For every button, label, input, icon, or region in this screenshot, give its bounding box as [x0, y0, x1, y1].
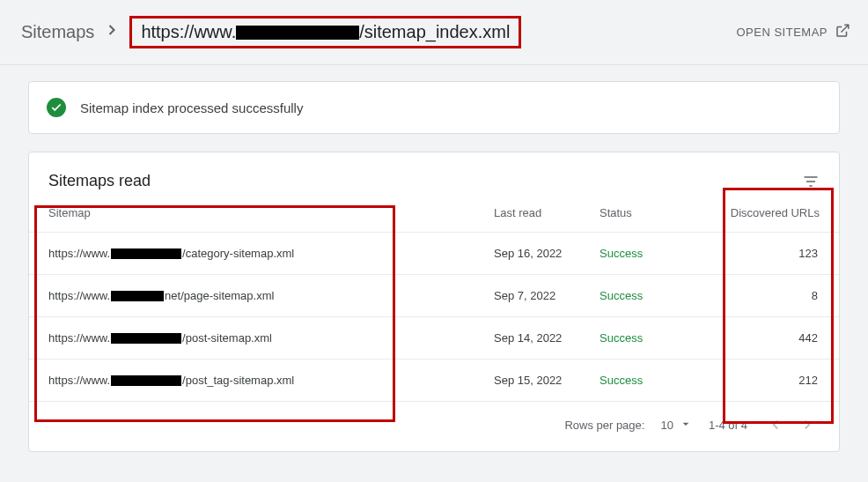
- url-suffix: /sitemap_index.xml: [359, 22, 510, 42]
- col-header-discovered-urls[interactable]: Discovered URLs: [696, 206, 820, 219]
- cell-last-read: Sep 16, 2022: [494, 247, 600, 260]
- table-row[interactable]: https://www. /post_tag-sitemap.xml Sep 1…: [29, 360, 839, 402]
- breadcrumb-root[interactable]: Sitemaps: [21, 22, 94, 42]
- chevron-right-icon: [103, 21, 121, 43]
- filter-icon[interactable]: [802, 173, 820, 190]
- table-title: Sitemaps read: [48, 172, 151, 190]
- open-sitemap-button[interactable]: OPEN SITEMAP: [736, 23, 850, 41]
- success-check-icon: [47, 98, 66, 117]
- cell-last-read: Sep 14, 2022: [494, 331, 600, 345]
- col-header-sitemap[interactable]: Sitemap: [48, 206, 494, 219]
- cell-discovered-urls: 8: [696, 289, 820, 302]
- table-pagination-footer: Rows per page: 10 1-4 of 4: [29, 402, 839, 442]
- open-sitemap-label: OPEN SITEMAP: [736, 26, 828, 39]
- redacted-domain: [111, 248, 181, 259]
- cell-discovered-urls: 212: [696, 374, 820, 387]
- table-row[interactable]: https://www. /post-sitemap.xml Sep 14, 2…: [29, 317, 839, 360]
- cell-discovered-urls: 123: [696, 247, 820, 260]
- next-page-button[interactable]: [795, 412, 820, 437]
- cell-last-read: Sep 7, 2022: [494, 289, 600, 302]
- url-prefix: https://www.: [141, 22, 236, 42]
- table-header-bar: Sitemaps read: [29, 172, 839, 206]
- redacted-domain: [236, 26, 359, 40]
- rows-per-page-select[interactable]: 10: [660, 417, 692, 434]
- cell-discovered-urls: 442: [696, 331, 820, 345]
- pagination-range: 1-4 of 4: [709, 419, 747, 432]
- cell-sitemap: https://www. net /page-sitemap.xml: [48, 289, 494, 302]
- rows-per-page-value: 10: [660, 419, 673, 432]
- open-external-icon: [835, 23, 850, 41]
- table-row[interactable]: https://www. net /page-sitemap.xml Sep 7…: [29, 275, 839, 317]
- sitemaps-read-card: Sitemaps read Sitemap Last read Status D…: [28, 152, 840, 452]
- redacted-domain: [111, 375, 181, 386]
- dropdown-arrow-icon: [679, 417, 693, 434]
- rows-per-page-label: Rows per page:: [564, 419, 644, 432]
- cell-sitemap: https://www. /post-sitemap.xml: [48, 331, 494, 345]
- content-area: Sitemap index processed successfully Sit…: [0, 65, 868, 468]
- cell-sitemap: https://www. /category-sitemap.xml: [48, 247, 494, 260]
- prev-page-button[interactable]: [763, 412, 788, 437]
- cell-sitemap: https://www. /post_tag-sitemap.xml: [48, 374, 494, 387]
- cell-status: Success: [600, 247, 696, 260]
- col-header-last-read[interactable]: Last read: [494, 206, 600, 219]
- cell-status: Success: [600, 289, 696, 302]
- table-row[interactable]: https://www. /category-sitemap.xml Sep 1…: [29, 233, 839, 275]
- breadcrumb-current-url: https://www. /sitemap_index.xml: [129, 16, 521, 48]
- column-header-row: Sitemap Last read Status Discovered URLs: [29, 206, 839, 233]
- pagination-nav: [763, 412, 820, 437]
- cell-status: Success: [600, 331, 696, 345]
- breadcrumb: Sitemaps https://www. /sitemap_index.xml: [21, 16, 521, 48]
- col-header-status[interactable]: Status: [600, 206, 696, 219]
- cell-last-read: Sep 15, 2022: [494, 374, 600, 387]
- page-header: Sitemaps https://www. /sitemap_index.xml…: [0, 0, 868, 65]
- status-message: Sitemap index processed successfully: [80, 100, 303, 115]
- redacted-domain: [111, 333, 181, 344]
- svg-line-0: [842, 25, 849, 32]
- status-banner: Sitemap index processed successfully: [28, 81, 840, 134]
- cell-status: Success: [600, 374, 696, 387]
- redacted-domain: [111, 291, 164, 301]
